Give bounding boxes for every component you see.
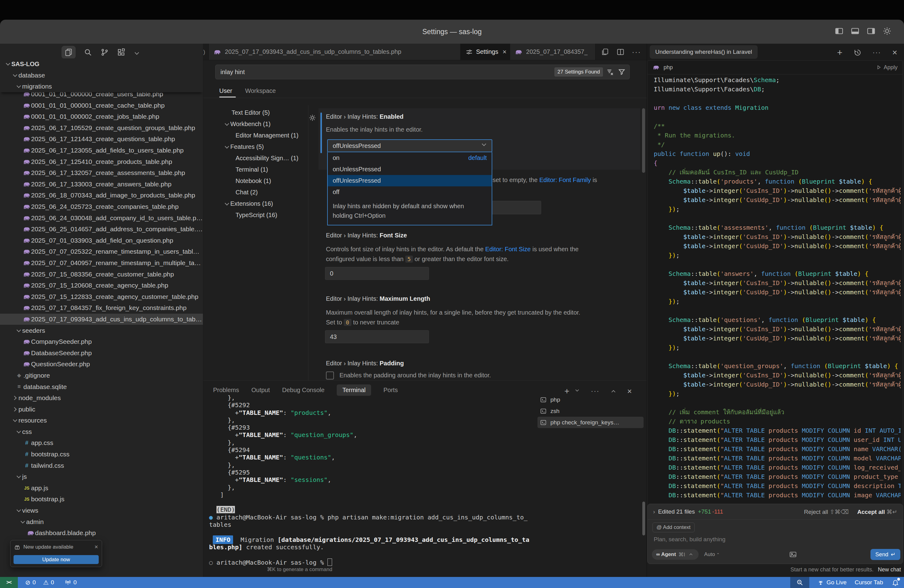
file-item[interactable]: 2025_07_07_025322_rename_timestamp_in_us… [0, 246, 203, 258]
file-item[interactable]: 0001_01_01_000001_create_cache_table.php [0, 100, 203, 111]
file-item[interactable]: 2025_07_17_084357_fix_foreign_key_constr… [0, 302, 203, 314]
file-item[interactable]: 2025_07_15_122833_create_agency_customer… [0, 291, 203, 302]
folder-item[interactable]: views [0, 505, 203, 516]
file-item[interactable]: 2025_06_24_030048_add_company_id_to_user… [0, 212, 203, 224]
font-size-input[interactable]: 0 [325, 267, 429, 280]
file-item[interactable]: QuestionSeeder.php [0, 359, 203, 370]
file-item[interactable]: 2025_07_15_120608_create_agency_table.ph… [0, 280, 203, 291]
terminal-scrollbar[interactable] [642, 501, 645, 536]
explorer-icon[interactable] [62, 46, 76, 59]
file-item[interactable]: CompanySeeder.php [0, 336, 203, 348]
setting-gear-icon[interactable] [308, 114, 316, 122]
titlebar-gear-icon[interactable] [882, 27, 892, 36]
file-item[interactable]: 2025_06_17_105529_create_question_groups… [0, 122, 203, 134]
accept-all-button[interactable]: Accept all ⌘↵ [857, 508, 897, 515]
extensions-icon[interactable] [117, 48, 125, 57]
filter-funnel-icon[interactable] [618, 68, 626, 76]
folder-item[interactable]: public [0, 403, 203, 415]
model-auto-button[interactable]: Auto ⌃ [704, 552, 720, 558]
dropdown-option-off[interactable]: off [328, 187, 492, 198]
agent-mode-button[interactable]: ∞ Agent⌘I [652, 549, 699, 560]
send-button[interactable]: Send↵ [871, 549, 900, 560]
clear-filters-icon[interactable] [606, 68, 614, 76]
scope-tab-user[interactable]: User [219, 87, 232, 95]
file-item[interactable]: 2025_07_01_033903_add_field_on_question.… [0, 235, 203, 247]
panel-tab-ports[interactable]: Ports [383, 387, 398, 394]
folder-item[interactable]: css [0, 426, 203, 438]
settings-tree-item[interactable]: Terminal (1) [203, 164, 308, 175]
new-chat-icon[interactable]: + [837, 47, 842, 58]
remote-indicator[interactable]: >< [0, 577, 18, 588]
source-control-icon[interactable] [100, 48, 109, 57]
file-item[interactable]: ≡database.sqlite [0, 381, 203, 392]
history-icon[interactable] [853, 49, 861, 57]
file-item[interactable]: 2025_07_17_093943_add_cus_ins_udp_column… [0, 314, 203, 325]
file-item[interactable]: 2025_07_15_083356_create_customer_table.… [0, 269, 203, 280]
file-item[interactable]: 2025_06_24_025723_create_companies_table… [0, 201, 203, 212]
file-item[interactable]: 2025_06_17_125410_create_products_table.… [0, 156, 203, 167]
close-icon[interactable]: × [503, 48, 506, 56]
zoom-status-icon[interactable] [790, 577, 809, 588]
settings-scrollbar[interactable] [642, 108, 645, 173]
reject-all-button[interactable]: Reject all ⇧⌘⌫ [804, 508, 849, 515]
ports-indicator[interactable]: 0 [65, 579, 77, 586]
file-item[interactable]: #app.css [0, 437, 203, 449]
folder-item[interactable]: js [0, 471, 203, 482]
more-actions-icon[interactable]: ··· [632, 47, 641, 56]
terminal-session-item[interactable]: php [537, 394, 643, 405]
file-item[interactable]: 2025_07_07_040957_rename_timestamp_in_mu… [0, 258, 203, 269]
file-item[interactable]: 2025_06_17_121443_create_questions_table… [0, 133, 203, 145]
new-chat-link[interactable]: New chat [878, 566, 901, 573]
file-item[interactable]: JSapp.js [0, 482, 203, 494]
folder-item[interactable]: seeders [0, 325, 203, 336]
cursor-tab-status[interactable]: Cursor Tab [855, 579, 883, 586]
folder-item[interactable]: migrations [0, 81, 203, 92]
terminal-session-item[interactable]: php check_foreign_keys… [537, 417, 643, 428]
code-content[interactable]: Illuminate\Support\Facades\Schema;Illumi… [654, 75, 901, 500]
folder-item[interactable]: SAS-LOG [0, 58, 203, 70]
update-now-button[interactable]: Update now [14, 555, 99, 564]
settings-tree-item[interactable]: Editor Management (1) [203, 130, 308, 141]
file-item[interactable]: #bootstrap.css [0, 449, 203, 460]
folder-item[interactable]: database [0, 70, 203, 81]
file-item[interactable]: 2025_06_17_123055_add_fields_to_users_ta… [0, 145, 203, 156]
file-item[interactable]: #tailwind.css [0, 460, 203, 471]
file-item[interactable]: 2025_06_25_014657_add_address_to_compani… [0, 224, 203, 235]
folder-item[interactable]: node_modules [0, 392, 203, 404]
layout-bottom-icon[interactable] [850, 27, 860, 36]
settings-tree-item[interactable]: Features (5) [203, 141, 308, 153]
terminal-session-item[interactable]: zsh [537, 405, 643, 417]
edited-files-bar[interactable]: › Edited 21 files +751 -111 Reject all ⇧… [648, 504, 903, 520]
close-icon[interactable]: × [892, 47, 897, 57]
warnings-indicator[interactable]: ⚠0 [43, 579, 54, 586]
more-actions-icon[interactable]: ··· [872, 49, 881, 57]
file-item[interactable]: 2025_06_18_070343_add_image_to_products_… [0, 190, 203, 201]
panel-tab-problems[interactable]: Problems [213, 387, 239, 394]
settings-tree-item[interactable]: Extensions (16) [203, 198, 308, 209]
search-icon[interactable] [84, 48, 92, 57]
settings-search-input[interactable]: inlay hint 27 Settings Found [215, 65, 630, 79]
settings-tree-item[interactable]: Text Editor (5) [203, 107, 308, 119]
font-family-input[interactable] [490, 201, 541, 214]
close-icon[interactable]: × [95, 544, 98, 550]
dropdown-option-onUnlessPressed[interactable]: onUnlessPressed [328, 164, 492, 175]
folder-item[interactable]: admin [0, 516, 203, 528]
settings-link[interactable]: Editor: Font Size [485, 246, 531, 253]
tab-migration-084357[interactable]: 2025_07_17_084357_ [510, 44, 596, 60]
dropdown-option-offUnlessPressed[interactable]: offUnlessPressed [328, 175, 492, 187]
file-item[interactable]: DatabaseSeeder.php [0, 347, 203, 359]
apply-button[interactable]: Apply [876, 64, 898, 71]
settings-link[interactable]: Editor: Font Family [539, 177, 591, 183]
panel-tab-debug-console[interactable]: Debug Console [282, 387, 325, 394]
enabled-select[interactable]: offUnlessPressed [327, 139, 492, 152]
clipped-tab-fragment[interactable]: ) [203, 44, 209, 60]
chevron-up-icon[interactable] [610, 389, 616, 395]
folder-item[interactable]: resources [0, 415, 203, 426]
add-context-button[interactable]: @ Add context [653, 523, 695, 532]
max-length-input[interactable]: 43 [325, 330, 429, 343]
settings-tree-item[interactable]: Workbench (1) [203, 119, 308, 130]
file-item[interactable]: ◆.gitignore [0, 370, 203, 381]
file-item[interactable]: JSbootstrap.js [0, 493, 203, 505]
file-item[interactable]: 0001_01_01_000002_create_jobs_table.php [0, 111, 203, 122]
settings-tree-item[interactable]: Notebook (1) [203, 175, 308, 187]
